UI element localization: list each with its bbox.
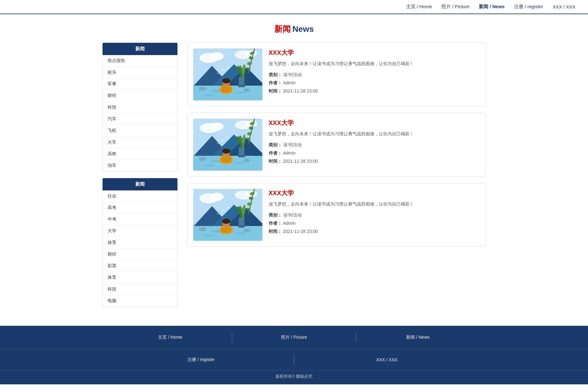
sidebar-item[interactable]: 科技 bbox=[103, 102, 177, 113]
svg-point-13 bbox=[244, 88, 250, 92]
footer-link[interactable]: 新闻 / News bbox=[356, 335, 480, 340]
main-layout: 新闻焦点报告娱乐军事财经科技汽车飞机火车高铁动车新闻社会高考中考大学体育财经彩票… bbox=[90, 42, 499, 326]
sidebar-item[interactable]: 社会 bbox=[103, 190, 177, 202]
sidebar-item[interactable]: 大学 bbox=[103, 225, 177, 237]
news-time: 时间：2021-11-28 23:00 bbox=[269, 159, 480, 164]
sidebar-item[interactable]: 飞机 bbox=[103, 125, 177, 137]
top-navigation: 主页 / Home照片 / Picture新闻 / News注册 / regis… bbox=[0, 0, 588, 14]
content-area: XXX大学放飞梦想，走向未来！让读书成为习惯让勇气战胜困难，让你为自己喝彩！类别… bbox=[187, 42, 486, 313]
svg-point-29 bbox=[210, 122, 224, 131]
svg-point-65 bbox=[234, 232, 247, 234]
footer-bottom: 注册 / registerXXX / XXX bbox=[0, 349, 588, 370]
news-card[interactable]: XXX大学放飞梦想，走向未来！让读书成为习惯让勇气战胜困难，让你为自己喝彩！类别… bbox=[187, 42, 486, 106]
nav-item[interactable]: 注册 / register bbox=[514, 4, 543, 10]
news-title: XXX大学 bbox=[269, 119, 480, 127]
sidebar-item[interactable]: 中考 bbox=[103, 214, 177, 225]
sidebar-item[interactable]: 高铁 bbox=[103, 148, 177, 160]
sidebar-item[interactable]: 汽车 bbox=[103, 113, 177, 125]
footer-copyright: 版权所有© 翻版必究 bbox=[0, 370, 588, 384]
news-info: XXX大学放飞梦想，走向未来！让读书成为习惯让勇气战胜困难，让你为自己喝彩！类别… bbox=[269, 189, 480, 241]
news-thumbnail bbox=[193, 48, 262, 100]
svg-point-40 bbox=[244, 159, 250, 162]
sidebar-item[interactable]: 体育 bbox=[103, 237, 177, 249]
news-description: 放飞梦想，走向未来！让读书成为习惯让勇气战胜困难，让你为自己喝彩！ bbox=[269, 130, 480, 138]
sidebar-item[interactable]: 彩票 bbox=[103, 260, 177, 272]
sidebar-header-1: 新闻 bbox=[103, 178, 177, 190]
news-thumbnail bbox=[193, 189, 262, 241]
nav-item[interactable]: XXX / XXX bbox=[552, 4, 575, 9]
sidebar-item[interactable]: 高考 bbox=[103, 202, 177, 214]
news-title: XXX大学 bbox=[269, 189, 480, 197]
footer-link[interactable]: 照片 / Picture bbox=[232, 335, 356, 340]
sidebar-section-0: 新闻焦点报告娱乐军事财经科技汽车飞机火车高铁动车 bbox=[102, 42, 178, 172]
svg-rect-26 bbox=[221, 86, 232, 93]
news-info: XXX大学放飞梦想，走向未来！让读书成为习惯让勇气战胜困难，让你为自己喝彩！类别… bbox=[269, 119, 480, 171]
svg-point-12 bbox=[199, 87, 206, 91]
sidebar-item[interactable]: 体育 bbox=[103, 272, 177, 284]
news-category: 类别：读书/活动 bbox=[269, 212, 480, 218]
svg-point-39 bbox=[199, 157, 206, 161]
svg-point-56 bbox=[210, 193, 224, 201]
sidebar-item[interactable]: 财经 bbox=[103, 249, 177, 260]
sidebar-item[interactable]: 电脑 bbox=[103, 295, 177, 307]
news-author: 作者：Admin bbox=[269, 150, 480, 156]
footer-top: 主页 / Home照片 / Picture新闻 / News bbox=[0, 326, 588, 349]
svg-point-64 bbox=[203, 235, 215, 236]
sidebar-item[interactable]: 科技 bbox=[103, 284, 177, 295]
news-card[interactable]: XXX大学放飞梦想，走向未来！让读书成为习惯让勇气战胜困难，让你为自己喝彩！类别… bbox=[187, 113, 486, 177]
news-info: XXX大学放飞梦想，走向未来！让读书成为习惯让勇气战胜困难，让你为自己喝彩！类别… bbox=[269, 48, 480, 100]
news-category: 类别：读书/活动 bbox=[269, 142, 480, 148]
svg-rect-80 bbox=[221, 227, 232, 233]
news-author: 作者：Admin bbox=[269, 80, 480, 86]
news-description: 放飞梦想，走向未来！让读书成为习惯让勇气战胜困难，让你为自己喝彩！ bbox=[269, 60, 480, 68]
sidebar-header-0: 新闻 bbox=[103, 43, 177, 55]
svg-rect-15 bbox=[238, 85, 245, 87]
footer-link[interactable]: 主页 / Home bbox=[109, 335, 232, 340]
svg-point-11 bbox=[234, 92, 247, 93]
sidebar-item[interactable]: 军事 bbox=[103, 78, 177, 90]
page-title-zh: 新闻 bbox=[274, 24, 291, 34]
svg-rect-42 bbox=[238, 155, 245, 157]
nav-item[interactable]: 照片 / Picture bbox=[441, 4, 469, 10]
news-thumbnail bbox=[193, 119, 262, 171]
svg-rect-53 bbox=[221, 156, 232, 163]
svg-rect-69 bbox=[238, 225, 245, 228]
footer-row2: 注册 / registerXXX / XXX bbox=[90, 355, 499, 365]
svg-point-25 bbox=[222, 78, 230, 83]
news-time: 时间：2021-11-28 23:00 bbox=[269, 88, 480, 94]
svg-point-52 bbox=[222, 149, 230, 154]
svg-point-79 bbox=[222, 219, 230, 224]
svg-point-67 bbox=[244, 229, 250, 232]
sidebar-item[interactable]: 火车 bbox=[103, 137, 177, 148]
footer-row1: 主页 / Home照片 / Picture新闻 / News bbox=[90, 333, 499, 342]
news-title: XXX大学 bbox=[269, 48, 480, 57]
sidebar: 新闻焦点报告娱乐军事财经科技汽车飞机火车高铁动车新闻社会高考中考大学体育财经彩票… bbox=[102, 42, 178, 313]
svg-point-10 bbox=[203, 94, 215, 96]
page-title: 新闻News bbox=[0, 24, 588, 35]
sidebar-item[interactable]: 财经 bbox=[103, 90, 177, 102]
footer-link[interactable]: XXX / XXX bbox=[294, 357, 480, 362]
nav-item[interactable]: 主页 / Home bbox=[406, 4, 432, 10]
svg-point-66 bbox=[199, 227, 206, 231]
news-time: 时间：2021-11-28 23:00 bbox=[269, 229, 480, 235]
nav-item[interactable]: 新闻 / News bbox=[479, 4, 505, 10]
footer: 主页 / Home照片 / Picture新闻 / News 注册 / regi… bbox=[0, 326, 588, 384]
footer-link[interactable]: 注册 / register bbox=[109, 357, 294, 363]
news-category: 类别：读书/活动 bbox=[269, 72, 480, 78]
svg-point-2 bbox=[210, 52, 224, 60]
news-description: 放飞梦想，走向未来！让读书成为习惯让勇气战胜困难，让你为自己喝彩！ bbox=[269, 201, 480, 208]
sidebar-item[interactable]: 动车 bbox=[103, 160, 177, 171]
svg-point-37 bbox=[203, 164, 215, 166]
sidebar-item[interactable]: 焦点报告 bbox=[103, 55, 177, 67]
news-card[interactable]: XXX大学放飞梦想，走向未来！让读书成为习惯让勇气战胜困难，让你为自己喝彩！类别… bbox=[187, 183, 486, 247]
sidebar-item[interactable]: 娱乐 bbox=[103, 67, 177, 78]
sidebar-section-1: 新闻社会高考中考大学体育财经彩票体育科技电脑 bbox=[102, 178, 178, 307]
news-author: 作者：Admin bbox=[269, 221, 480, 226]
page-title-en: News bbox=[293, 24, 314, 34]
svg-point-38 bbox=[234, 162, 247, 164]
